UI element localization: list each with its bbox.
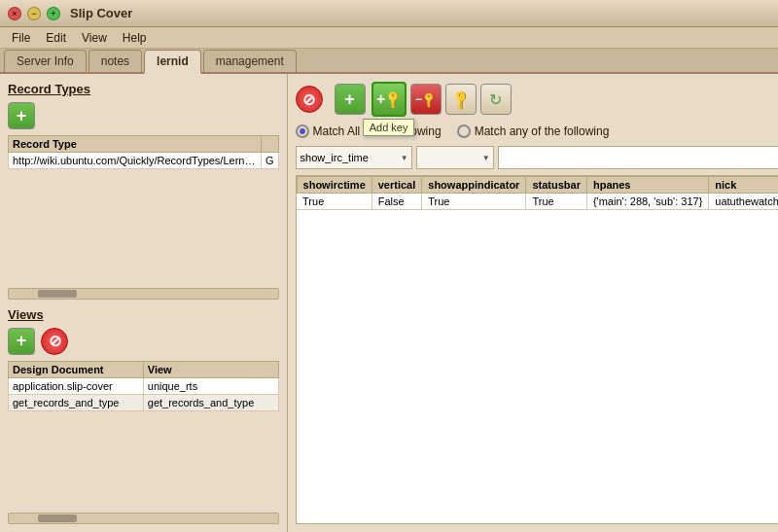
cell-hpanes: {'main': 288, 'sub': 317} [586,194,708,210]
record-types-container: Record Type http://wiki.ubuntu.com/Quick… [8,135,279,282]
record-type-cell: http://wiki.ubuntu.com/Quickly/RecordTyp… [9,153,262,169]
addkey-tooltip: Add key [363,119,415,136]
view-cell: unique_rts [143,377,278,394]
cell-nick: uatuthewatcher [709,194,778,210]
design-doc-cell: application.slip-cover [9,377,144,394]
filter-input[interactable] [498,146,778,169]
key-icon-2: 🔑 [420,89,439,108]
tab-lernid[interactable]: lernid [144,50,201,74]
record-type-flag: G [262,153,279,169]
col-statusbar: statusbar [526,177,587,194]
views-scrollbar-h[interactable] [8,513,279,524]
views-container: Design Document View application.slip-co… [8,361,279,508]
tab-management[interactable]: management [203,50,297,72]
table-row[interactable]: True False True True {'main': 288, 'sub'… [297,194,778,210]
close-button[interactable]: × [8,7,21,20]
cancel-icon-button[interactable]: ⊘ [296,86,323,113]
record-type-col2-header [262,136,279,153]
record-types-title: Record Types [8,82,279,96]
record-type-col-header: Record Type [9,136,262,153]
removekey-button[interactable]: − 🔑 [410,84,442,115]
table-row[interactable]: application.slip-cover unique_rts [9,377,279,394]
record-types-table: Record Type http://wiki.ubuntu.com/Quick… [8,135,279,169]
data-table: showirctime vertical showappindicator st… [297,176,778,210]
toolbar: ⊘ + + 🔑 Add key − 🔑 🔑 ↻ [296,82,778,117]
tab-server-info[interactable]: Server Info [4,50,87,72]
refresh-icon: ↻ [489,90,502,109]
cell-statusbar: True [526,194,587,210]
view-col-header: View [143,361,278,377]
menu-help[interactable]: Help [115,29,155,47]
cell-showappindicator: True [422,194,526,210]
maximize-button[interactable]: + [47,7,60,20]
add-view-button[interactable]: + [8,328,35,355]
col-showappindicator: showappindicator [422,177,526,194]
filter-select2[interactable] [416,146,494,169]
right-panel: ⊘ + + 🔑 Add key − 🔑 🔑 ↻ [288,74,778,532]
table-row[interactable]: get_records_and_type get_records_and_typ… [9,394,279,410]
window-title: Slip Cover [70,6,132,20]
col-nick: nick [709,177,778,194]
left-panel: Record Types + Record Type http://wiki.u… [0,74,288,532]
record-types-scrollbar-h[interactable] [8,288,279,300]
key-icon-3: 🔑 [449,88,472,110]
filter-select2-wrapper: ▼ [416,146,494,169]
views-scrollthumb-h[interactable] [38,514,77,522]
view-cell: get_records_and_type [143,394,278,410]
titlebar: × − + Slip Cover [0,0,778,27]
menu-file[interactable]: File [4,29,38,47]
minimize-button[interactable]: − [27,7,41,20]
refresh-button[interactable]: ↻ [480,84,512,115]
col-showirctime: showirctime [297,177,371,194]
filter-select1-wrapper: show_irc_time ▼ [296,146,412,169]
cell-showirctime: True [297,194,371,210]
menu-view[interactable]: View [74,29,115,47]
match-any-radio-dot [457,124,471,138]
match-any-radio[interactable]: Match any of the following [457,124,610,138]
col-hpanes: hpanes [586,177,708,194]
tabbar: Server Info notes lernid management [0,49,778,74]
key-button[interactable]: 🔑 [445,84,477,115]
design-doc-col-header: Design Document [9,361,144,377]
table-row[interactable]: http://wiki.ubuntu.com/Quickly/RecordTyp… [9,153,279,169]
views-title: Views [8,307,279,322]
views-table: Design Document View application.slip-co… [8,361,279,411]
remove-view-button[interactable]: ⊘ [41,328,68,355]
menu-edit[interactable]: Edit [38,29,74,47]
record-types-scrollthumb-h[interactable] [38,290,77,298]
match-any-label: Match any of the following [475,124,610,138]
window-controls: × − + [8,7,60,20]
addkey-button[interactable]: + 🔑 [371,82,407,117]
key-icon: 🔑 [382,89,404,110]
addkey-container: + 🔑 Add key [371,82,407,117]
menubar: File Edit View Help [0,27,778,49]
add-record-type-button[interactable]: + [8,102,35,129]
tab-notes[interactable]: notes [88,50,142,72]
match-all-radio-dot [296,124,309,138]
filter-select1[interactable]: show_irc_time [296,146,412,169]
cell-vertical: False [371,194,422,210]
col-vertical: vertical [371,177,422,194]
main-content: Record Types + Record Type http://wiki.u… [0,74,778,532]
data-table-wrapper: showirctime vertical showappindicator st… [296,175,778,524]
filter-row: show_irc_time ▼ ▼ Add [296,146,778,169]
add-button[interactable]: + [335,84,366,115]
design-doc-cell: get_records_and_type [9,394,144,410]
